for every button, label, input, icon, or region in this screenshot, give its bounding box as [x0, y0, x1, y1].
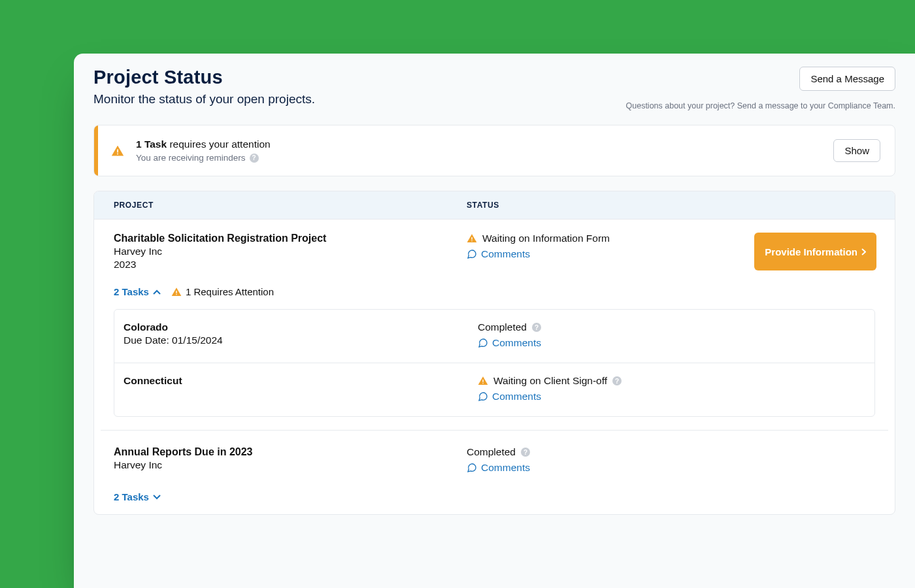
project-row: Charitable Solicitation Registration Pro…	[94, 220, 895, 277]
svg-rect-1	[117, 153, 118, 154]
project-status: Waiting on Information Form	[467, 233, 728, 244]
project-org: Harvey Inc	[114, 459, 467, 471]
svg-rect-0	[117, 149, 118, 152]
comment-icon	[478, 391, 488, 402]
page-subtitle: Monitor the status of your open projects…	[93, 92, 315, 106]
project-name: Annual Reports Due in 2023	[114, 446, 467, 458]
col-header-project: PROJECT	[94, 201, 467, 210]
svg-rect-4	[176, 291, 176, 293]
comment-icon	[467, 463, 477, 473]
provide-information-button[interactable]: Provide Information	[754, 233, 876, 270]
warning-icon	[111, 144, 124, 157]
warning-icon	[171, 287, 182, 297]
comment-icon	[467, 249, 477, 259]
subtasks-card: Colorado Due Date: 01/15/2024 Completed …	[114, 309, 875, 417]
attention-alert: 1 Task requires your attention You are r…	[93, 125, 895, 176]
warning-icon	[478, 376, 488, 386]
subtask-row: Connecticut Waiting on Client Sign-off ?…	[114, 363, 874, 416]
project-year: 2023	[114, 259, 467, 270]
chevron-right-icon	[861, 248, 866, 255]
help-icon[interactable]: ?	[521, 448, 530, 457]
table-header: PROJECT STATUS	[94, 191, 895, 220]
page-header: Project Status Monitor the status of you…	[93, 67, 895, 110]
project-status: Completed ?	[467, 446, 728, 458]
col-header-status: STATUS	[467, 201, 728, 210]
help-icon[interactable]: ?	[250, 154, 259, 163]
alert-title: 1 Task requires your attention	[136, 139, 271, 150]
subtask-due: Due Date: 01/15/2024	[124, 335, 478, 346]
page-title: Project Status	[93, 67, 315, 88]
alert-subtitle: You are receiving reminders?	[136, 153, 271, 163]
project-controls: 2 Tasks	[94, 482, 895, 514]
comments-link[interactable]: Comments	[467, 462, 530, 474]
comment-icon	[478, 338, 488, 348]
comments-link[interactable]: Comments	[478, 337, 541, 349]
subtask-name: Colorado	[124, 321, 478, 333]
questions-help-text: Questions about your project? Send a mes…	[626, 101, 896, 110]
chevron-down-icon	[153, 495, 161, 500]
svg-rect-3	[471, 240, 472, 241]
project-name: Charitable Solicitation Registration Pro…	[114, 233, 467, 244]
chevron-up-icon	[153, 289, 161, 295]
help-icon[interactable]: ?	[532, 323, 541, 332]
comments-link[interactable]: Comments	[467, 248, 530, 260]
show-button[interactable]: Show	[833, 139, 880, 162]
subtask-status: Waiting on Client Sign-off ?	[478, 375, 739, 387]
subtask-status: Completed ?	[478, 321, 739, 333]
subtask-name: Connecticut	[124, 375, 478, 387]
tasks-toggle[interactable]: 2 Tasks	[114, 286, 161, 297]
send-message-button[interactable]: Send a Message	[799, 67, 895, 91]
svg-rect-6	[482, 380, 483, 382]
help-icon[interactable]: ?	[612, 376, 622, 385]
requires-attention-label: 1 Requires Attention	[171, 286, 274, 297]
project-org: Harvey Inc	[114, 246, 467, 257]
svg-rect-5	[176, 294, 176, 295]
tasks-toggle[interactable]: 2 Tasks	[114, 491, 161, 502]
project-row: Annual Reports Due in 2023 Harvey Inc Co…	[94, 431, 895, 482]
comments-link[interactable]: Comments	[478, 391, 541, 402]
warning-icon	[467, 233, 477, 244]
svg-rect-7	[482, 383, 483, 384]
project-status-panel: Project Status Monitor the status of you…	[74, 54, 915, 588]
subtask-row: Colorado Due Date: 01/15/2024 Completed …	[114, 310, 874, 363]
svg-rect-2	[471, 237, 472, 240]
project-controls: 2 Tasks 1 Requires Attention	[94, 277, 895, 309]
projects-table: PROJECT STATUS Charitable Solicitation R…	[93, 191, 895, 515]
